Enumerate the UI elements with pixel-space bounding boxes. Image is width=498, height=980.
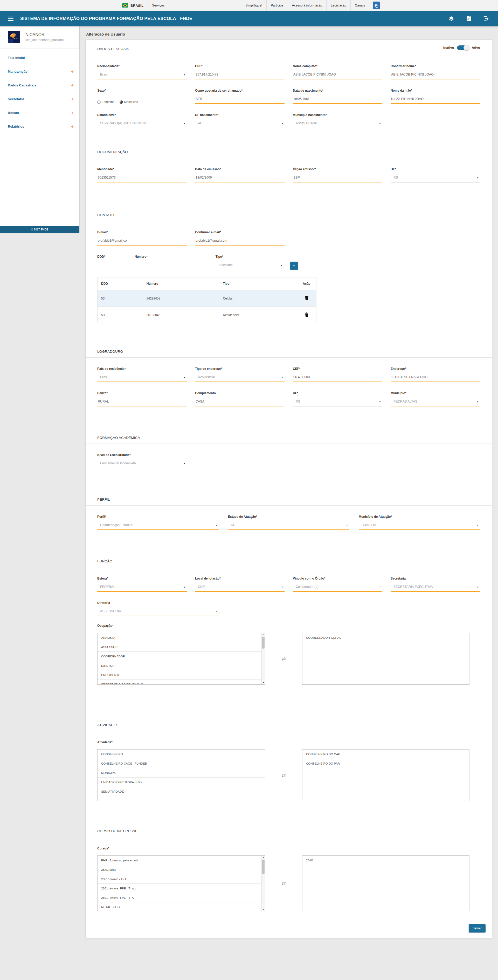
gov-link-canais[interactable]: Canais xyxy=(351,0,369,11)
delete-phone-icon[interactable] xyxy=(305,296,308,301)
status-toggle[interactable] xyxy=(457,45,469,50)
gov-link-acesso[interactable]: Acesso à informação xyxy=(288,0,327,11)
accessibility-vlibras-button[interactable] xyxy=(373,2,380,10)
toggle-knob[interactable] xyxy=(463,45,469,51)
sidebar-item-manutencao[interactable]: Manutenção+ xyxy=(0,65,79,78)
orgao-emissor-input[interactable]: SSP xyxy=(293,175,382,183)
transfer-arrows-icon[interactable]: ⇄ xyxy=(282,656,286,662)
list-item[interactable]: CONSELHEIRO xyxy=(98,749,265,759)
logout-icon[interactable] xyxy=(483,16,489,22)
secretaria-select[interactable]: SECRETARIA EXECUTIVA▼ xyxy=(391,584,480,592)
confirmar-nome-input[interactable]: ABIB JACOB PICININI JOAO xyxy=(391,72,480,80)
estado-civil-select[interactable]: SEPARADO(A) JUDICIALMENTE▼ xyxy=(97,121,187,128)
diretoria-select[interactable]: ASSESSORIA▼ xyxy=(97,609,219,616)
scrollbar-thumb[interactable] xyxy=(262,859,265,874)
gov-link-participe[interactable]: Participe xyxy=(266,0,288,11)
uf-endereco-select[interactable]: RS▼ xyxy=(293,399,382,406)
sidebar-item-bolsas[interactable]: Bolsas+ xyxy=(0,106,79,119)
list-item[interactable]: CONSELHEIRO CACS - FUNDEB xyxy=(98,759,265,768)
radio-feminino[interactable]: Feminino xyxy=(97,100,114,104)
local-lotacao-select[interactable]: CNE▼ xyxy=(195,584,284,592)
estado-atuacao-select[interactable]: DF▼ xyxy=(228,523,349,530)
transfer-arrows-icon[interactable]: ⇄ xyxy=(282,880,286,886)
ddd-input[interactable] xyxy=(97,262,123,270)
list-item[interactable]: UNIDADE EXECUTORA - UEX xyxy=(98,778,265,787)
municipio-nascimento-select[interactable]: ASSIS BRASIL▼ xyxy=(293,121,382,128)
vinculo-orgao-select[interactable]: Colaborador (a)▼ xyxy=(293,584,382,592)
scroll-down-icon[interactable]: ▼ xyxy=(262,908,265,910)
gov-link-legislacao[interactable]: Legislação xyxy=(326,0,351,11)
gov-brand[interactable]: BRASIL xyxy=(118,0,147,11)
expand-plus-icon[interactable]: + xyxy=(71,111,74,114)
esfera-select[interactable]: FEDERAL▼ xyxy=(97,584,187,592)
municipio-atuacao-select[interactable]: BRASILIA▼ xyxy=(359,523,480,530)
list-item[interactable]: 2801/ ewave - T - F xyxy=(98,874,265,884)
expand-plus-icon[interactable]: + xyxy=(71,126,74,128)
municipio-endereco-select[interactable]: PEDRAS ALTAS▼ xyxy=(391,399,480,406)
scrollbar-thumb[interactable] xyxy=(262,637,265,649)
radio-masculino[interactable]: Masculino xyxy=(120,100,138,104)
sidebar-item-tela-inicial[interactable]: Tela Inicial xyxy=(0,51,79,65)
tipo-endereco-select[interactable]: Residencial▼ xyxy=(195,375,284,382)
layers-icon[interactable] xyxy=(448,16,454,22)
expand-plus-icon[interactable]: + xyxy=(71,98,74,100)
list-item[interactable]: 25/01 xyxy=(303,856,469,865)
bairro-input[interactable]: RURAL xyxy=(97,399,187,406)
data-emissao-input[interactable]: 13/02/2006 xyxy=(195,175,284,183)
list-item[interactable]: METAL SLUG xyxy=(98,902,265,911)
scroll-down-icon[interactable]: ▼ xyxy=(262,682,265,684)
nome-mae-input[interactable]: NILZA PICININI JOAO xyxy=(391,97,480,104)
endereco-input[interactable]: 1º DISTRITO-NASCENTE xyxy=(391,375,480,382)
save-button[interactable]: Salvar xyxy=(469,924,485,932)
menu-icon[interactable] xyxy=(8,16,13,22)
clipboard-icon[interactable] xyxy=(466,16,471,22)
confirmar-email-input[interactable]: profabib1@gmail.com xyxy=(195,238,284,245)
scrollbar[interactable]: ▲▼ xyxy=(262,856,265,911)
list-item[interactable]: DIRETOR xyxy=(98,661,265,670)
escolaridade-select[interactable]: Fundamental Incompleto▼ xyxy=(97,461,187,468)
list-item[interactable]: SEM ATIVIDADE xyxy=(98,787,265,796)
expand-plus-icon[interactable]: + xyxy=(71,70,74,73)
list-item[interactable]: SECRETÁRIO DE EDUCAÇÃO xyxy=(98,680,265,685)
sidebar-item-relatorios[interactable]: Relatórios+ xyxy=(0,119,79,134)
perfil-select[interactable]: Coordenação Estadual▼ xyxy=(97,523,219,530)
list-item[interactable]: COORDENADOR xyxy=(98,652,265,661)
delete-phone-icon[interactable] xyxy=(305,312,308,317)
data-nascimento-input[interactable]: 18/05/1961 xyxy=(293,97,382,104)
list-item[interactable]: CONSELHEIRO DO CAE xyxy=(303,749,469,759)
pais-residencia-select[interactable]: Brasil▼ xyxy=(97,375,187,382)
list-item[interactable]: PRESIDENTE xyxy=(98,670,265,680)
uf-nascimento-select[interactable]: AC▼ xyxy=(195,121,284,128)
transfer-arrows-icon[interactable]: ⇄ xyxy=(282,772,286,778)
list-item[interactable]: CONSELHEIRO DO PAR xyxy=(303,759,469,768)
scroll-up-icon[interactable]: ▲ xyxy=(262,856,265,858)
identidade-input[interactable]: 6023511576 xyxy=(97,175,187,183)
sidebar-item-secretaria[interactable]: Secretaria+ xyxy=(0,92,79,106)
complemento-input[interactable]: CASA xyxy=(195,399,284,406)
como-chamado-input[interactable]: SER xyxy=(195,97,284,104)
list-item[interactable]: 2801 -ewave- FPE - T- arq xyxy=(98,884,265,893)
list-item[interactable]: MUNICIPAL xyxy=(98,768,265,778)
list-item[interactable]: COORDENADOR-GERAL xyxy=(303,633,469,642)
cpf-input[interactable]: 357.917.210-72 xyxy=(195,72,284,80)
cep-input[interactable]: 96.487-000 xyxy=(293,375,382,382)
uf-documento-select[interactable]: RS▼ xyxy=(391,175,480,183)
expand-plus-icon[interactable]: + xyxy=(71,84,74,87)
list-item[interactable]: 2801 -ewave- FPE - T- A xyxy=(98,893,265,902)
scrollbar[interactable]: ▲▼ xyxy=(262,633,265,684)
list-item[interactable]: 25/01 tarde xyxy=(98,865,265,874)
numero-input[interactable] xyxy=(135,262,203,270)
sidebar-item-dados-cadastrais[interactable]: Dados Cadastrais+ xyxy=(0,78,79,92)
tipo-telefone-select[interactable]: Selecione▼ xyxy=(216,262,284,270)
gov-link-servicos[interactable]: Serviços xyxy=(147,0,168,11)
scroll-up-icon[interactable]: ▲ xyxy=(262,634,265,636)
add-phone-button[interactable]: + xyxy=(290,262,298,270)
fnde-link[interactable]: FNDE xyxy=(41,228,49,231)
email-input[interactable]: profabib1@gmail.com xyxy=(97,238,187,245)
nacionalidade-select[interactable]: Brasil▼ xyxy=(97,72,187,80)
list-item[interactable]: PHP - formacao pela escola xyxy=(98,856,265,865)
gov-link-simplifique[interactable]: Simplifique! xyxy=(241,0,266,11)
list-item[interactable]: ANALISTA xyxy=(98,633,265,642)
list-item[interactable]: ASSESSOR xyxy=(98,642,265,652)
nome-completo-input[interactable]: ABIB JACOB PICININI JOAO xyxy=(293,72,382,80)
